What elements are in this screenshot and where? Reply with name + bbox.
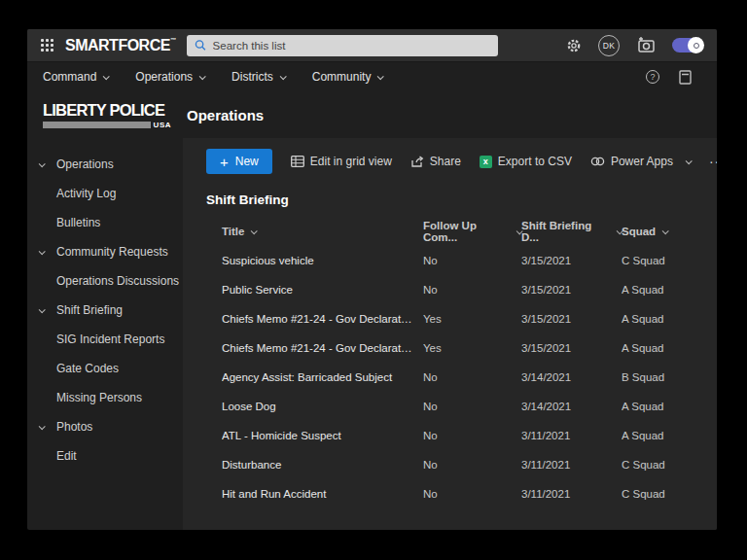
help-icon[interactable]: ? [646,70,659,84]
app-launcher-icon[interactable] [41,39,53,52]
excel-icon: x [480,156,492,168]
table-row[interactable]: Disturbance No 3/11/2021 C Squad [183,450,717,479]
top-app-bar: SMARTFORCE™ DK [27,29,717,62]
power-apps-button[interactable]: Power Apps [590,155,691,168]
power-apps-icon [590,157,605,166]
user-avatar[interactable]: DK [598,35,620,56]
export-csv-button[interactable]: x Export to CSV [480,155,572,168]
brand-logo: SMARTFORCE™ [65,37,175,54]
chevron-down-icon [377,73,384,80]
plus-icon: + [220,155,229,169]
column-header-title[interactable]: Title [222,226,423,237]
share-button[interactable]: Share [410,155,461,168]
site-header: LIBERTY POLICE USA Operations [27,91,717,138]
grid-icon [291,156,304,167]
trademark-mark: ™ [170,37,176,43]
sidebar-item-operations[interactable]: Operations [27,150,183,179]
table-row[interactable]: Public Service No 3/15/2021 A Squad [183,275,717,304]
sidebar-item-edit[interactable]: Edit [27,441,183,471]
notebook-icon[interactable] [679,70,692,85]
search-icon [195,39,206,52]
column-header-shift-briefing-date[interactable]: Shift Briefing D... [521,220,622,243]
chevron-down-icon [662,228,669,234]
search-box[interactable] [187,35,498,56]
table-row[interactable]: Chiefs Memo #21-24 - Gov Declaration, Po… [183,333,717,363]
share-icon [410,156,424,168]
sidebar-item-sig-incident-reports[interactable]: SIG Incident Reports [27,325,183,354]
nav-item-command[interactable]: Command [43,70,108,84]
table-row[interactable]: Chiefs Memo #21-24 - Gov Declaration, Po… [183,304,717,333]
site-logo-text: LIBERTY POLICE [43,101,171,120]
chevron-down-icon [199,73,206,80]
command-bar: + New Edit in grid view [183,146,717,177]
sidebar-item-shift-briefing[interactable]: Shift Briefing [27,296,183,325]
chevron-down-icon [39,423,46,430]
search-input[interactable] [213,40,491,52]
chevron-down-icon [686,158,693,164]
chevron-down-icon [251,228,258,234]
table-header-row: Title Follow Up Com... Shift Briefing D.… [183,217,717,246]
column-header-follow-up[interactable]: Follow Up Com... [423,220,521,243]
theme-toggle-knob [688,37,704,53]
site-logo-usa: USA [154,121,171,129]
site-navigation: Command Operations Districts Community ? [27,62,717,91]
site-logo[interactable]: LIBERTY POLICE USA [43,101,171,129]
list-panel: + New Edit in grid view [183,138,717,530]
chevron-down-icon [279,73,286,80]
sidebar-item-missing-persons[interactable]: Missing Persons [27,383,183,412]
edit-grid-view-button[interactable]: Edit in grid view [291,155,392,168]
list-table: Title Follow Up Com... Shift Briefing D.… [183,217,717,508]
sidebar-item-photos[interactable]: Photos [27,412,183,441]
site-logo-bar [43,122,151,128]
table-row[interactable]: ATL - Homicide Suspect No 3/11/2021 A Sq… [183,421,717,450]
table-row[interactable]: Suspicious vehicle No 3/15/2021 C Squad [183,246,717,275]
table-row[interactable]: Agency Assist: Barricaded Subject No 3/1… [183,363,717,392]
chevron-down-icon [39,248,46,255]
table-row[interactable]: Loose Dog No 3/14/2021 A Squad [183,392,717,421]
sidebar-item-gate-codes[interactable]: Gate Codes [27,354,183,383]
sidebar-item-bulletins[interactable]: Bulletins [27,208,183,237]
more-commands-button[interactable]: ··· [709,154,717,169]
sidebar-item-operations-discussions[interactable]: Operations Discussions [27,266,183,296]
list-title: Shift Briefing [206,192,717,207]
new-button[interactable]: + New [206,149,272,174]
sidebar-nav: Operations Activity Log Bulletins Commun… [27,138,183,530]
theme-toggle[interactable] [672,38,703,52]
nav-item-operations[interactable]: Operations [135,70,204,84]
camera-capture-icon[interactable] [636,37,656,53]
settings-gear-icon[interactable] [566,38,582,53]
chevron-down-icon [39,160,46,167]
sidebar-item-activity-log[interactable]: Activity Log [27,179,183,208]
sidebar-item-community-requests[interactable]: Community Requests [27,237,183,266]
chevron-down-icon [103,73,110,80]
chevron-down-icon [39,306,46,313]
page-title: Operations [187,107,264,123]
column-header-squad[interactable]: Squad [622,226,705,237]
app-window: SMARTFORCE™ DK [27,29,717,530]
nav-item-districts[interactable]: Districts [231,70,285,84]
nav-item-community[interactable]: Community [312,70,383,84]
table-row[interactable]: Hit and Run Accident No 3/11/2021 C Squa… [183,479,717,508]
